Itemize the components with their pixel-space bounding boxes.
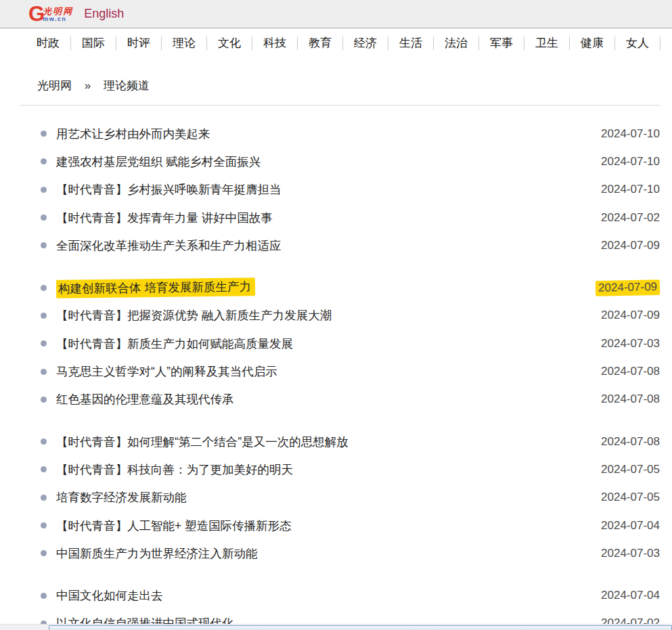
logo-domain: mw.cn <box>43 16 73 22</box>
list-item: 红色基因的伦理意蕴及其现代传承2024-07-08 <box>20 386 660 413</box>
article-date: 2024-07-10 <box>601 155 660 168</box>
article-link[interactable]: 建强农村基层党组织 赋能乡村全面振兴 <box>56 154 261 170</box>
nav-item[interactable]: 时政 <box>26 37 71 50</box>
article-group: 中国文化如何走出去2024-07-04以文化自信自强推进中国式现代化2024-0… <box>20 581 660 630</box>
article-date: 2024-07-10 <box>601 183 660 196</box>
article-link-highlighted[interactable]: 构建创新联合体 培育发展新质生产力 <box>56 277 255 298</box>
article-list: 用艺术让乡村由外而内美起来2024-07-10建强农村基层党组织 赋能乡村全面振… <box>20 120 660 630</box>
list-item: 建强农村基层党组织 赋能乡村全面振兴2024-07-10 <box>20 148 660 175</box>
list-item: 中国新质生产力为世界经济注入新动能2024-07-03 <box>20 539 660 567</box>
list-item: 【时代青音】乡村振兴呼唤新青年挺膺担当2024-07-10 <box>20 176 660 204</box>
bullet-icon <box>41 466 47 472</box>
page: G 光明网 mw.cn English 时政国际时评理论文化科技教育经济生活法治… <box>0 0 672 630</box>
article-date: 2024-07-04 <box>601 519 660 533</box>
article-date: 2024-07-08 <box>601 435 660 449</box>
article-link[interactable]: 【时代青音】科技向善：为了更加美好的明天 <box>56 462 293 478</box>
article-date: 2024-07-05 <box>601 463 660 476</box>
article-date: 2024-07-08 <box>601 365 660 378</box>
nav-item[interactable]: 生活 <box>388 37 434 50</box>
article-link[interactable]: 【时代青音】如何理解“第二个结合”是又一次的思想解放 <box>56 434 349 450</box>
article-date: 2024-07-09 <box>601 239 660 252</box>
gmw-logo[interactable]: G 光明网 mw.cn <box>28 3 73 24</box>
bullet-icon <box>41 340 47 346</box>
list-item: 培育数字经济发展新动能2024-07-05 <box>20 484 660 512</box>
breadcrumb-site[interactable]: 光明网 <box>37 79 72 92</box>
main-nav: 时政国际时评理论文化科技教育经济生活法治军事卫生健康女人 <box>0 28 672 58</box>
nav-item[interactable]: 时评 <box>116 37 162 50</box>
article-link[interactable]: 【时代青音】乡村振兴呼唤新青年挺膺担当 <box>56 181 282 198</box>
article-link[interactable]: 马克思主义哲学对“人”的阐释及其当代启示 <box>56 363 277 380</box>
list-item: 【时代青音】如何理解“第二个结合”是又一次的思想解放2024-07-08 <box>20 428 660 455</box>
list-item: 【时代青音】发挥青年力量 讲好中国故事2024-07-02 <box>20 204 660 231</box>
list-item: 【时代青音】科技向善：为了更加美好的明天2024-07-05 <box>20 455 660 483</box>
nav-item[interactable]: 军事 <box>479 37 524 50</box>
bullet-icon <box>41 158 47 164</box>
nav-item[interactable]: 女人 <box>615 37 660 50</box>
list-item: 构建创新联合体 培育发展新质生产力2024-07-09 <box>20 273 660 301</box>
article-link[interactable]: 用艺术让乡村由外而内美起来 <box>56 126 210 142</box>
nav-list: 时政国际时评理论文化科技教育经济生活法治军事卫生健康女人 <box>26 28 672 58</box>
article-date: 2024-07-10 <box>601 127 660 141</box>
bullet-icon <box>41 215 47 221</box>
article-date: 2024-07-05 <box>601 491 660 504</box>
bullet-icon <box>41 397 47 403</box>
logo-text-stack: 光明网 mw.cn <box>43 7 73 22</box>
list-item: 【时代青音】把握资源优势 融入新质生产力发展大潮2024-07-09 <box>20 302 660 330</box>
bullet-icon <box>41 242 47 248</box>
bullet-icon <box>41 131 47 137</box>
article-date: 2024-07-08 <box>601 392 660 406</box>
bullet-icon <box>41 522 47 528</box>
horizontal-scrollbar-thumb[interactable] <box>49 625 672 630</box>
article-link[interactable]: 中国新质生产力为世界经济注入新动能 <box>56 545 258 562</box>
bullet-icon <box>41 313 47 319</box>
bullet-icon <box>41 550 47 556</box>
article-date: 2024-07-09 <box>601 309 660 322</box>
bullet-icon <box>41 187 47 193</box>
article-date: 2024-07-04 <box>601 589 660 602</box>
bullet-icon <box>41 438 47 445</box>
article-link[interactable]: 【时代青音】人工智能+ 塑造国际传播新形态 <box>56 518 292 534</box>
article-group: 构建创新联合体 培育发展新质生产力2024-07-09【时代青音】把握资源优势 … <box>20 273 660 413</box>
divider <box>20 105 660 106</box>
article-link[interactable]: 红色基因的伦理意蕴及其现代传承 <box>56 391 234 407</box>
article-date: 2024-07-02 <box>601 211 660 225</box>
article-group: 用艺术让乡村由外而内美起来2024-07-10建强农村基层党组织 赋能乡村全面振… <box>20 120 660 259</box>
english-link[interactable]: English <box>84 7 124 21</box>
bullet-icon <box>41 495 47 501</box>
bullet-icon <box>41 369 47 375</box>
article-date: 2024-07-09 <box>596 279 660 296</box>
nav-item[interactable]: 卫生 <box>524 37 570 50</box>
article-link[interactable]: 【时代青音】发挥青年力量 讲好中国故事 <box>56 210 273 226</box>
list-item: 中国文化如何走出去2024-07-04 <box>20 581 660 609</box>
nav-item[interactable]: 国际 <box>71 37 116 50</box>
nav-item[interactable]: 经济 <box>343 37 388 50</box>
article-date: 2024-07-03 <box>601 547 660 560</box>
nav-item[interactable]: 健康 <box>570 37 615 50</box>
content-area: 光明网 » 理论频道 用艺术让乡村由外而内美起来2024-07-10建强农村基层… <box>20 78 660 630</box>
list-item: 用艺术让乡村由外而内美起来2024-07-10 <box>20 120 660 148</box>
nav-item[interactable]: 科技 <box>252 37 298 50</box>
nav-item[interactable]: 法治 <box>434 37 479 50</box>
top-header: G 光明网 mw.cn English <box>0 0 672 28</box>
horizontal-scrollbar[interactable] <box>0 624 672 630</box>
article-link[interactable]: 全面深化改革推动生产关系和生产力相适应 <box>56 238 282 254</box>
article-link[interactable]: 中国文化如何走出去 <box>56 587 163 604</box>
article-link[interactable]: 培育数字经济发展新动能 <box>56 489 187 505</box>
article-date: 2024-07-03 <box>601 337 660 351</box>
article-group: 【时代青音】如何理解“第二个结合”是又一次的思想解放2024-07-08【时代青… <box>20 428 660 567</box>
breadcrumb-channel[interactable]: 理论频道 <box>104 79 150 92</box>
article-link[interactable]: 【时代青音】把握资源优势 融入新质生产力发展大潮 <box>56 307 332 323</box>
nav-item[interactable]: 文化 <box>207 37 252 50</box>
article-link[interactable]: 【时代青音】新质生产力如何赋能高质量发展 <box>56 336 293 352</box>
list-item: 【时代青音】人工智能+ 塑造国际传播新形态2024-07-04 <box>20 512 660 539</box>
list-item: 全面深化改革推动生产关系和生产力相适应2024-07-09 <box>20 231 660 259</box>
list-item: 【时代青音】新质生产力如何赋能高质量发展2024-07-03 <box>20 330 660 357</box>
breadcrumb-separator-icon: » <box>85 79 91 92</box>
breadcrumb: 光明网 » 理论频道 <box>37 78 660 93</box>
nav-item[interactable]: 教育 <box>298 37 343 50</box>
list-item: 马克思主义哲学对“人”的阐释及其当代启示2024-07-08 <box>20 357 660 385</box>
nav-item[interactable]: 理论 <box>162 37 207 50</box>
bullet-icon <box>41 285 47 291</box>
bullet-icon <box>41 593 47 599</box>
